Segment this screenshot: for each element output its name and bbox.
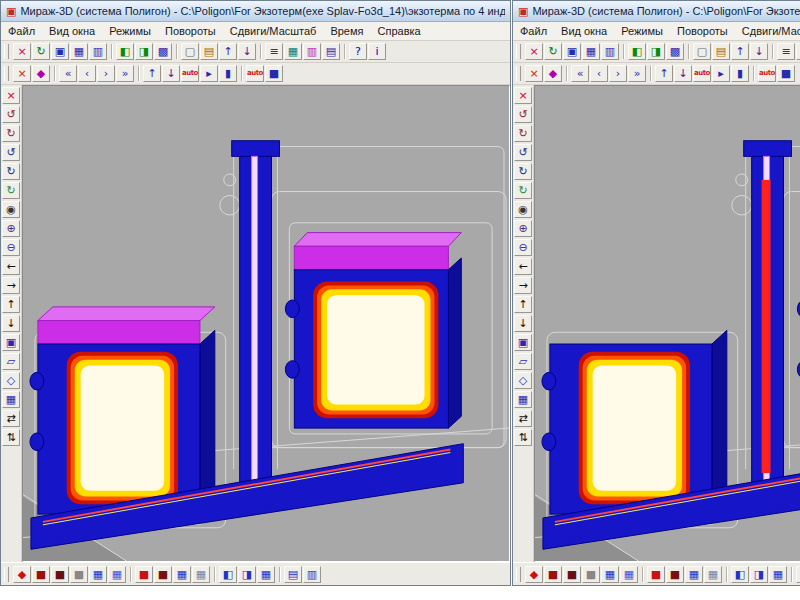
menu-modes[interactable]: Режимы [102,24,158,38]
info-icon[interactable]: i [368,43,386,60]
menu-rotations[interactable]: Повороты [670,24,735,38]
pause-icon[interactable]: ▮ [731,65,749,82]
rotate-z-icon[interactable]: ↻ [514,182,532,199]
pan-up-icon[interactable]: ↑ [514,296,532,313]
erase-icon[interactable]: × [525,65,543,82]
pan-up-icon[interactable]: ↑ [2,296,20,313]
menu-file[interactable]: Файл [513,24,554,38]
scale-view-icon[interactable]: ▱ [2,353,20,370]
mirror-y-icon[interactable]: ⇅ [2,429,20,446]
section-left-icon[interactable]: ◧ [219,566,237,583]
close-view-icon[interactable]: × [2,87,20,104]
mesh-rows-icon[interactable]: ▤ [284,566,302,583]
view-eye-icon[interactable]: ◉ [514,201,532,218]
last-step-icon[interactable]: » [628,65,646,82]
arrow-down-icon[interactable]: ↓ [238,43,256,60]
table-icon[interactable]: ▦ [796,43,800,60]
auto-step-icon[interactable]: auto [693,65,711,82]
zoom-in-icon[interactable]: ⊕ [2,220,20,237]
marker-icon[interactable]: ◆ [32,65,50,82]
zoom-in-icon[interactable]: ⊕ [514,220,532,237]
time-down-icon[interactable]: ↓ [674,65,692,82]
viewport-3d[interactable] [534,85,800,562]
section-x-icon[interactable]: ◧ [116,43,134,60]
menu-pan-zoom[interactable]: Сдвиги/Масштаб [735,24,800,38]
pan-left-icon[interactable]: ← [2,258,20,275]
grid-toggle-icon[interactable]: ▦ [514,391,532,408]
grid-toggle-icon[interactable]: ▦ [2,391,20,408]
section-right-icon[interactable]: ◨ [750,566,768,583]
section-left-icon[interactable]: ◧ [731,566,749,583]
rotate-axes-icon[interactable]: ↻ [544,43,562,60]
axo-view-icon[interactable]: ◇ [2,372,20,389]
menu-pan-zoom[interactable]: Сдвиги/Масштаб [223,24,324,38]
new-view-icon[interactable]: ▢ [181,43,199,60]
toolbar-grip[interactable] [516,567,521,582]
titlebar[interactable]: ▣ Мираж-3D (система Полигон) - C:\Poligo… [513,1,800,22]
pause-icon[interactable]: ▮ [219,65,237,82]
pan-right-icon[interactable]: → [2,277,20,294]
mesh-grid-icon[interactable]: ▦ [70,43,88,60]
menu-window-view[interactable]: Вид окна [554,24,614,38]
toolbar-grip[interactable] [4,44,9,59]
stop-icon[interactable]: ■ [777,65,795,82]
table-icon[interactable]: ▦ [284,43,302,60]
arrow-up-icon[interactable]: ↑ [731,43,749,60]
report-icon[interactable]: ▤ [322,43,340,60]
arrow-up-icon[interactable]: ↑ [219,43,237,60]
auto-step-icon[interactable]: auto [181,65,199,82]
scale-view-icon[interactable]: ▱ [514,353,532,370]
solid-red-cube-icon[interactable]: ◆ [13,566,31,583]
play-icon[interactable]: ▸ [200,65,218,82]
pan-down-icon[interactable]: ↓ [2,315,20,332]
mesh-blue-icon[interactable]: ▦ [601,566,619,583]
mesh-rows-icon[interactable]: ▤ [796,566,800,583]
layers-icon[interactable]: ▤ [200,43,218,60]
fit-view-icon[interactable]: ▣ [2,334,20,351]
section-x-icon[interactable]: ◧ [628,43,646,60]
rotate-y-cw-icon[interactable]: ↻ [514,163,532,180]
rotate-x-cw-icon[interactable]: ↻ [514,125,532,142]
time-up-icon[interactable]: ↑ [143,65,161,82]
red-cube-2-icon[interactable]: ■ [135,566,153,583]
menu-file[interactable]: Файл [1,24,42,38]
mesh-blue-light-icon[interactable]: ▦ [620,566,638,583]
first-step-icon[interactable]: « [571,65,589,82]
solid-maroon-cube-icon[interactable]: ■ [51,566,69,583]
save-project-icon[interactable]: ▣ [563,43,581,60]
mesh-blue-light-icon[interactable]: ▦ [108,566,126,583]
solid-red-cube-icon[interactable]: ◆ [525,566,543,583]
list-icon[interactable]: ≡ [265,43,283,60]
layers-icon[interactable]: ▤ [712,43,730,60]
menu-rotations[interactable]: Повороты [158,24,223,38]
mesh-gray-icon[interactable]: ▦ [192,566,210,583]
mesh-blue-2-icon[interactable]: ▦ [173,566,191,583]
section-right-icon[interactable]: ◨ [238,566,256,583]
rotate-axes-icon[interactable]: ↻ [32,43,50,60]
stop-icon[interactable]: ■ [265,65,283,82]
zoom-out-icon[interactable]: ⊖ [2,239,20,256]
toolbar-grip[interactable] [516,44,521,59]
view-eye-icon[interactable]: ◉ [2,201,20,218]
result-table-icon[interactable]: ▥ [89,43,107,60]
viewport-3d[interactable] [22,85,510,562]
prev-step-icon[interactable]: ‹ [590,65,608,82]
result-table-icon[interactable]: ▥ [601,43,619,60]
mesh-blue-3-icon[interactable]: ▦ [257,566,275,583]
marker-icon[interactable]: ◆ [544,65,562,82]
last-step-icon[interactable]: » [116,65,134,82]
hatch-icon[interactable]: ▩ [666,43,684,60]
maroon-cube-2-icon[interactable]: ■ [666,566,684,583]
new-view-icon[interactable]: ▢ [693,43,711,60]
auto-run-icon[interactable]: auto [246,65,264,82]
solid-dark-cube-icon[interactable]: ■ [544,566,562,583]
pan-right-icon[interactable]: → [514,277,532,294]
rotate-x-ccw-icon[interactable]: ↺ [514,106,532,123]
time-up-icon[interactable]: ↑ [655,65,673,82]
knife-tool-icon[interactable]: × [525,43,543,60]
rotate-y-ccw-icon[interactable]: ↺ [514,144,532,161]
prev-step-icon[interactable]: ‹ [78,65,96,82]
mirror-x-icon[interactable]: ⇄ [2,410,20,427]
red-cube-2-icon[interactable]: ■ [647,566,665,583]
mirror-x-icon[interactable]: ⇄ [514,410,532,427]
